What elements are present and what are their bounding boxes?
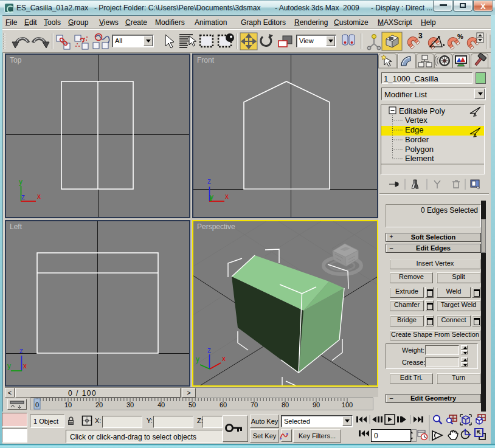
svg-text:20: 20 xyxy=(95,401,103,408)
svg-text:y: y xyxy=(196,355,199,364)
svg-text:z: z xyxy=(21,193,25,201)
svg-text:0: 0 xyxy=(35,401,39,408)
svg-text:z: z xyxy=(207,177,211,185)
svg-text:x: x xyxy=(37,192,41,201)
svg-text:Editable Poly: Editable Poly xyxy=(399,106,445,115)
svg-text:30: 30 xyxy=(126,401,134,408)
svg-text:z: z xyxy=(207,346,211,354)
svg-text:3: 3 xyxy=(418,32,423,40)
svg-text:%: % xyxy=(457,33,463,40)
svg-text:70: 70 xyxy=(251,401,258,408)
svg-text:x: x xyxy=(23,362,27,370)
svg-text:x: x xyxy=(222,354,226,363)
svg-text:z: z xyxy=(19,346,23,355)
svg-text:100: 100 xyxy=(342,401,353,408)
svg-text:Vertex: Vertex xyxy=(405,115,428,125)
svg-text:90: 90 xyxy=(313,401,320,408)
svg-text:Element: Element xyxy=(405,154,434,163)
svg-text:50: 50 xyxy=(189,401,196,408)
svg-text:60: 60 xyxy=(220,401,227,408)
svg-text:10: 10 xyxy=(64,401,72,408)
svg-text:Border: Border xyxy=(405,135,429,144)
svg-text:y: y xyxy=(19,177,22,186)
svg-text:Polygon: Polygon xyxy=(405,145,434,154)
svg-text:Edge: Edge xyxy=(405,125,423,134)
svg-text:x: x xyxy=(225,192,229,201)
svg-text:80: 80 xyxy=(282,401,289,408)
svg-text:y: y xyxy=(7,362,11,370)
svg-text:40: 40 xyxy=(158,401,165,408)
svg-text:y: y xyxy=(210,193,213,201)
